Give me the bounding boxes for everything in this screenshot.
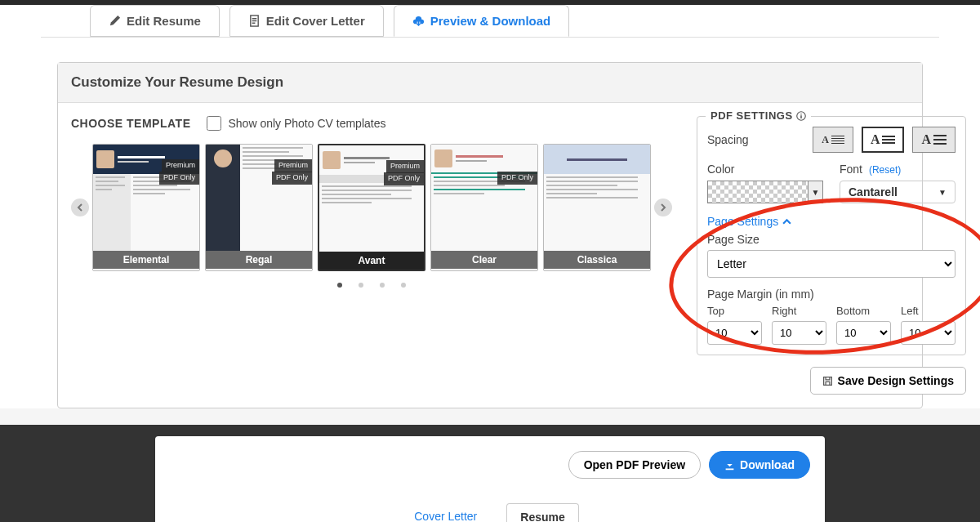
button-label: Save Design Settings xyxy=(838,374,954,387)
page-settings-toggle[interactable]: Page Settings xyxy=(707,215,956,228)
pencil-icon xyxy=(109,15,121,27)
color-picker[interactable]: ▼ xyxy=(707,181,823,203)
download-button[interactable]: Download xyxy=(709,451,810,479)
svg-rect-3 xyxy=(800,115,802,118)
download-icon xyxy=(724,460,735,471)
tab-label: Edit Cover Letter xyxy=(266,14,365,28)
template-elemental[interactable]: Premium PDF Only Elemental xyxy=(92,144,200,271)
save-icon xyxy=(822,376,833,386)
info-icon[interactable] xyxy=(796,111,806,121)
button-label: Download xyxy=(740,458,795,471)
template-regal[interactable]: Premium PDF Only Regal xyxy=(205,144,313,271)
page-size-select[interactable]: Letter xyxy=(707,250,956,278)
tab-edit-resume[interactable]: Edit Resume xyxy=(90,5,220,37)
panel-title: Customize Your Resume Design xyxy=(58,63,922,103)
tab-edit-cover-letter[interactable]: Edit Cover Letter xyxy=(229,5,384,37)
template-caption: Regal xyxy=(206,251,312,269)
chevron-up-icon xyxy=(782,217,791,226)
tab-preview-download[interactable]: Preview & Download xyxy=(394,5,570,37)
carousel-dot[interactable] xyxy=(401,283,406,288)
template-clear[interactable]: PDF Only Clear xyxy=(430,144,538,271)
template-caption: Clear xyxy=(431,251,537,269)
margin-top-select[interactable]: 10 xyxy=(707,321,762,345)
pdf-only-badge: PDF Only xyxy=(159,172,199,185)
pdf-settings-panel: PDF SETTINGS Spacing A A A Color ▼ xyxy=(697,116,966,355)
page-size-label: Page Size xyxy=(707,233,956,246)
margin-right-select[interactable]: 10 xyxy=(772,321,826,345)
spacing-label: Spacing xyxy=(707,133,749,146)
carousel-dot[interactable] xyxy=(359,283,363,288)
tab-label: Edit Resume xyxy=(127,14,201,28)
carousel-prev[interactable] xyxy=(71,199,89,216)
pdf-settings-title: PDF SETTINGS xyxy=(710,109,793,122)
pdf-only-badge: PDF Only xyxy=(497,172,537,185)
pdf-only-badge: PDF Only xyxy=(384,172,424,185)
margin-left-label: Left xyxy=(901,305,956,317)
caret-down-icon: ▼ xyxy=(938,188,947,197)
show-photo-only-input[interactable] xyxy=(207,116,221,131)
button-label: Open PDF Preview xyxy=(584,458,685,471)
chevron-right-icon xyxy=(659,203,667,212)
color-label: Color xyxy=(707,163,823,176)
tab-label: Preview & Download xyxy=(430,14,551,28)
font-value: Cantarell xyxy=(849,185,898,199)
template-avant[interactable]: Premium PDF Only Avant xyxy=(318,144,425,271)
page-margin-label: Page Margin (in mm) xyxy=(707,288,956,301)
preview-tab-resume[interactable]: Resume xyxy=(506,503,578,522)
spacing-large[interactable]: A xyxy=(912,127,956,153)
svg-point-2 xyxy=(800,114,802,115)
template-caption: Avant xyxy=(319,252,424,270)
premium-badge: Premium xyxy=(386,160,424,173)
checkbox-label: Show only Photo CV templates xyxy=(228,117,385,130)
margin-left-select[interactable]: 10 xyxy=(901,321,956,345)
margin-right-label: Right xyxy=(772,305,826,317)
open-pdf-preview-button[interactable]: Open PDF Preview xyxy=(568,451,701,479)
premium-badge: Premium xyxy=(274,159,312,172)
carousel-dot[interactable] xyxy=(380,283,385,288)
show-photo-only-checkbox[interactable]: Show only Photo CV templates xyxy=(207,116,385,131)
margin-bottom-select[interactable]: 10 xyxy=(836,321,891,345)
font-label: Font xyxy=(840,163,862,176)
chevron-left-icon xyxy=(76,203,84,212)
font-reset[interactable]: (Reset) xyxy=(869,164,901,176)
margin-top-label: Top xyxy=(707,305,762,317)
font-select[interactable]: Cantarell ▼ xyxy=(840,181,956,203)
choose-template-label: CHOOSE TEMPLATE xyxy=(71,117,190,130)
preview-tab-cover-letter[interactable]: Cover Letter xyxy=(401,503,490,522)
template-classica[interactable]: Classica xyxy=(543,144,651,271)
pdf-only-badge: PDF Only xyxy=(272,172,312,185)
spacing-small[interactable]: A xyxy=(813,127,853,153)
spacing-medium[interactable]: A xyxy=(862,127,905,153)
carousel-dot[interactable] xyxy=(337,283,342,288)
premium-badge: Premium xyxy=(162,159,199,172)
margin-bottom-label: Bottom xyxy=(836,305,891,317)
carousel-next[interactable] xyxy=(654,199,672,216)
svg-rect-4 xyxy=(823,377,831,385)
template-caption: Classica xyxy=(544,251,650,269)
cloud-download-icon xyxy=(412,15,425,27)
template-caption: Elemental xyxy=(93,251,199,269)
save-design-settings-button[interactable]: Save Design Settings xyxy=(810,367,966,395)
document-icon xyxy=(248,15,261,27)
